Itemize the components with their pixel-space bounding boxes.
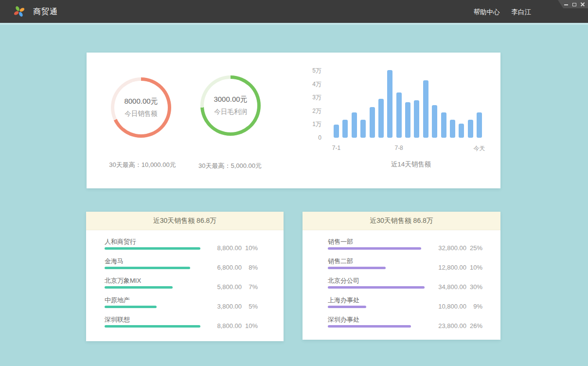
window-controls — [558, 0, 588, 8]
row-bar — [328, 325, 411, 328]
row-bar — [105, 325, 200, 328]
y-tick-label: 3万 — [300, 94, 321, 101]
row-percent: 26% — [466, 322, 482, 329]
today-sales-donut: 8000.00元 今日销售额 — [111, 77, 171, 138]
y-tick-label: 4万 — [300, 81, 321, 88]
today-profit-value: 3000.00元 — [214, 95, 247, 104]
titlebar-accent-strip — [0, 23, 588, 25]
row-bar — [328, 286, 425, 289]
row-label: 北京万象MIX — [105, 276, 141, 285]
sales-14d-bar-chart — [334, 70, 482, 138]
row-percent: 25% — [466, 244, 482, 252]
row-values: 32,800.0025% — [430, 244, 482, 252]
titlebar-links: 帮助中心 李白江 — [474, 8, 532, 17]
row-bar — [105, 306, 157, 308]
departments-card-title: 近30天销售额 86.8万 — [303, 212, 500, 230]
row-amount: 32,800.00 — [430, 244, 466, 252]
list-item: 中原地产3,800.005% — [86, 296, 284, 315]
overview-card: 8000.00元 今日销售额 30天最高：10,000.00元 3000.00元… — [87, 53, 500, 188]
row-values: 5,800.007% — [205, 283, 258, 291]
today-sales-label: 今日销售额 — [125, 110, 158, 118]
help-center-link[interactable]: 帮助中心 — [474, 8, 500, 17]
row-label: 销售一部 — [328, 238, 353, 246]
departments-card: 近30天销售额 86.8万 销售一部32,800.0025%销售二部12,800… — [303, 212, 500, 340]
maximize-icon[interactable] — [572, 2, 577, 7]
bar — [405, 102, 410, 138]
row-percent: 10% — [242, 322, 258, 329]
bar — [387, 70, 392, 138]
bar — [414, 100, 419, 138]
bar — [396, 92, 402, 138]
bar — [360, 120, 366, 138]
row-bar — [105, 286, 173, 289]
row-amount: 8,800.00 — [205, 322, 242, 329]
bar — [441, 112, 446, 138]
today-profit-caption: 30天最高：5,000.00元 — [198, 162, 262, 170]
row-percent: 9% — [466, 303, 482, 310]
app-window: { "header": { "app_title": "商贸通", "links… — [0, 0, 588, 366]
list-item: 北京分公司34,800.0030% — [303, 276, 500, 296]
today-sales-value: 8000.00元 — [124, 97, 158, 106]
bar-chart-x-axis: 7-17-8今天 — [334, 145, 482, 151]
bar — [477, 112, 482, 138]
row-values: 8,800.0010% — [205, 322, 258, 329]
app-title: 商贸通 — [33, 7, 58, 17]
y-tick-label: 5万 — [300, 67, 321, 74]
current-user-link[interactable]: 李白江 — [512, 8, 532, 17]
minimize-icon[interactable] — [564, 2, 569, 7]
row-amount: 12,800.00 — [430, 264, 466, 271]
customers-card: 近30天销售额 86.8万 人和商贸行8,800.0010%金海马6,800.0… — [86, 212, 284, 341]
row-percent: 8% — [242, 264, 258, 271]
bar — [342, 120, 348, 138]
list-item: 销售二部12,800.0010% — [303, 257, 500, 276]
customers-card-title: 近30天销售额 86.8万 — [86, 212, 284, 230]
y-tick-label: 2万 — [300, 108, 321, 114]
row-bar — [328, 247, 421, 250]
row-values: 8,800.0010% — [205, 244, 258, 252]
y-tick-label: 1万 — [300, 121, 321, 128]
row-label: 销售二部 — [328, 257, 353, 266]
list-item: 深圳办事处23,800.0026% — [303, 315, 500, 335]
bar-chart-title: 近14天销售额 — [391, 160, 431, 169]
row-bar — [328, 267, 386, 269]
titlebar: 商贸通 帮助中心 李白江 — [0, 0, 588, 23]
bar — [334, 125, 339, 138]
row-amount: 6,800.00 — [205, 264, 242, 271]
bar — [378, 99, 384, 138]
today-sales-caption: 30天最高：10,000.00元 — [109, 161, 176, 169]
donut-center-text: 8000.00元 今日销售额 — [111, 77, 171, 138]
row-values: 10,800.009% — [430, 303, 482, 310]
row-label: 金海马 — [105, 257, 124, 266]
row-values: 34,800.0030% — [430, 283, 482, 291]
close-icon[interactable] — [580, 2, 585, 7]
bar — [459, 124, 464, 138]
bar — [352, 112, 357, 138]
row-percent: 30% — [466, 283, 482, 291]
list-item: 人和商贸行8,800.0010% — [86, 238, 284, 257]
list-item: 深圳联想8,800.0010% — [86, 315, 284, 335]
x-tick-label: 今天 — [474, 145, 485, 153]
row-amount: 3,800.00 — [205, 303, 242, 310]
row-label: 上海办事处 — [328, 296, 359, 305]
y-tick-label: 0 — [300, 134, 321, 141]
list-item: 金海马6,800.008% — [86, 257, 284, 276]
row-amount: 10,800.00 — [430, 303, 466, 310]
row-label: 人和商贸行 — [105, 238, 136, 246]
app-logo-pinwheel-icon — [13, 5, 25, 18]
row-label: 深圳办事处 — [328, 315, 359, 324]
bar — [423, 80, 428, 138]
bar — [432, 105, 437, 138]
row-bar — [105, 267, 190, 269]
row-label: 北京分公司 — [328, 276, 359, 285]
row-percent: 10% — [466, 264, 482, 271]
row-bar — [328, 306, 366, 308]
list-item: 上海办事处10,800.009% — [303, 296, 500, 315]
row-percent: 10% — [242, 244, 258, 252]
row-percent: 5% — [242, 303, 258, 310]
row-values: 23,800.0026% — [430, 322, 482, 329]
row-amount: 5,800.00 — [205, 283, 242, 291]
x-tick-label: 7-8 — [394, 145, 403, 151]
donut-center-text: 3000.00元 今日毛利润 — [200, 75, 261, 136]
x-tick-label: 7-1 — [332, 145, 340, 151]
bar — [468, 120, 473, 138]
